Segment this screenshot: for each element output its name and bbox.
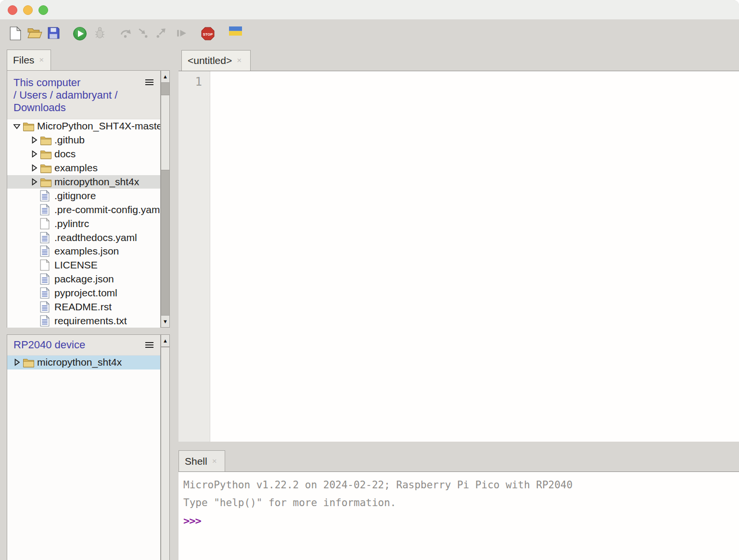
expand-arrow-icon[interactable] xyxy=(11,358,23,366)
breadcrumb-path[interactable]: / Users / adambryant / xyxy=(13,89,143,102)
expand-arrow-icon[interactable] xyxy=(28,136,40,144)
tree-item[interactable]: .gitignore xyxy=(7,189,160,203)
file-icon xyxy=(40,232,54,243)
folder-icon xyxy=(40,177,54,187)
tree-item[interactable]: examples xyxy=(7,161,160,175)
tree-item[interactable]: micropython_sht4x xyxy=(7,175,160,189)
tree-item[interactable]: .pylintrc xyxy=(7,216,160,230)
step-over-icon xyxy=(119,26,132,39)
breadcrumb: This computer / Users / adambryant / Dow… xyxy=(7,71,143,114)
device-panel: RP2040 device micropython_sht4x xyxy=(7,334,161,560)
close-tab-icon[interactable]: × xyxy=(212,457,217,466)
device-panel-title: RP2040 device xyxy=(7,335,160,351)
files-menu-icon[interactable] xyxy=(145,79,153,85)
stop-restart-icon[interactable]: STOP xyxy=(201,26,215,41)
tree-item[interactable]: .readthedocs.yaml xyxy=(7,230,160,244)
close-tab-icon[interactable]: × xyxy=(237,56,242,65)
scroll-up-icon[interactable]: ▲ xyxy=(161,335,169,347)
file-icon xyxy=(40,218,54,229)
scroll-down-icon[interactable]: ▼ xyxy=(161,315,169,327)
minimize-window-button[interactable] xyxy=(23,5,33,15)
tree-item[interactable]: .pre-commit-config.yaml xyxy=(7,203,160,216)
tree-item-label: .gitignore xyxy=(54,190,96,202)
expand-arrow-icon[interactable] xyxy=(28,178,40,186)
tree-item-label: .pre-commit-config.yaml xyxy=(54,204,160,216)
svg-text:STOP: STOP xyxy=(203,32,213,37)
tree-item-label: examples.json xyxy=(54,245,119,257)
new-file-icon[interactable] xyxy=(10,26,21,40)
tree-item-label: requirements.txt xyxy=(54,315,127,327)
file-icon xyxy=(40,204,54,216)
tab-shell-label: Shell xyxy=(185,456,207,467)
run-script-icon[interactable] xyxy=(73,26,87,41)
toolbar: STOP xyxy=(0,20,739,50)
files-scrollbar[interactable]: ▲ ▼ xyxy=(161,70,170,328)
folder-icon xyxy=(40,163,54,173)
tab-editor-label: <untitled> xyxy=(188,55,232,66)
breadcrumb-current[interactable]: Downloads xyxy=(13,102,143,114)
tab-editor-untitled[interactable]: <untitled> × xyxy=(181,50,251,71)
scrollbar-thumb[interactable] xyxy=(161,347,169,560)
scroll-up-icon[interactable]: ▲ xyxy=(161,71,169,83)
tree-item[interactable]: LICENSE xyxy=(7,258,160,272)
resume-icon xyxy=(175,26,188,39)
shell-output-line: Type "help()" for more information. xyxy=(183,494,739,512)
tab-files[interactable]: Files × xyxy=(7,50,51,70)
tab-shell[interactable]: Shell × xyxy=(178,450,225,471)
tree-item[interactable]: examples.json xyxy=(7,244,160,258)
folder-icon xyxy=(40,149,54,159)
tree-item[interactable]: README.rst xyxy=(7,300,160,314)
zoom-window-button[interactable] xyxy=(38,5,48,15)
tree-item-label: package.json xyxy=(54,273,114,285)
editor-area[interactable]: 1 xyxy=(178,71,739,442)
breadcrumb-root[interactable]: This computer xyxy=(13,76,143,89)
ukraine-flag-icon[interactable] xyxy=(229,26,242,36)
file-icon xyxy=(40,273,54,285)
step-into-icon xyxy=(137,26,150,39)
file-icon xyxy=(40,287,54,299)
tree-item[interactable]: MicroPython_SHT4X-master xyxy=(7,119,160,133)
tree-item-label: .readthedocs.yaml xyxy=(54,232,137,243)
file-icon xyxy=(40,245,54,257)
close-window-button[interactable] xyxy=(8,5,17,15)
files-tree: MicroPython_SHT4X-master.githubdocsexamp… xyxy=(7,119,160,328)
shell-output[interactable]: MicroPython v1.22.2 on 2024-02-22; Raspb… xyxy=(178,471,739,560)
tree-item[interactable]: requirements.txt xyxy=(7,314,160,328)
tree-item-label: .github xyxy=(54,134,85,146)
open-file-icon[interactable] xyxy=(27,26,43,39)
expand-arrow-icon[interactable] xyxy=(28,150,40,158)
device-scrollbar[interactable]: ▲ xyxy=(161,334,170,560)
tree-item[interactable]: docs xyxy=(7,147,160,161)
file-icon xyxy=(40,301,54,313)
save-file-icon[interactable] xyxy=(47,26,60,39)
tree-item[interactable]: pyproject.toml xyxy=(7,286,160,300)
tree-item[interactable]: package.json xyxy=(7,272,160,286)
tree-item-label: LICENSE xyxy=(54,259,98,271)
scrollbar-thumb[interactable] xyxy=(161,95,169,170)
tree-item[interactable]: .github xyxy=(7,133,160,147)
titlebar[interactable] xyxy=(0,0,739,20)
device-panel-header: RP2040 device xyxy=(7,335,160,356)
tree-item-label: pyproject.toml xyxy=(54,287,117,299)
file-icon xyxy=(40,190,54,202)
tree-item[interactable]: micropython_sht4x xyxy=(7,356,160,369)
line-number-gutter: 1 xyxy=(178,71,210,442)
device-menu-icon[interactable] xyxy=(145,342,153,348)
folder-icon xyxy=(23,121,37,131)
collapse-arrow-icon[interactable] xyxy=(11,123,23,129)
tree-item-label: MicroPython_SHT4X-master xyxy=(37,120,160,132)
step-out-icon xyxy=(154,26,167,39)
close-tab-icon[interactable]: × xyxy=(39,55,44,65)
editor-text-area[interactable] xyxy=(210,71,739,442)
tree-item-label: micropython_sht4x xyxy=(37,356,122,368)
files-panel: This computer / Users / adambryant / Dow… xyxy=(7,70,161,328)
expand-arrow-icon[interactable] xyxy=(28,164,40,172)
file-icon xyxy=(40,259,54,271)
tree-item-label: docs xyxy=(54,148,76,160)
shell-prompt: >>> xyxy=(183,512,739,530)
tree-item-label: examples xyxy=(54,162,98,174)
debug-script-icon xyxy=(93,26,106,39)
tree-item-label: micropython_sht4x xyxy=(54,176,139,188)
folder-icon xyxy=(23,357,37,368)
line-number: 1 xyxy=(195,75,202,89)
